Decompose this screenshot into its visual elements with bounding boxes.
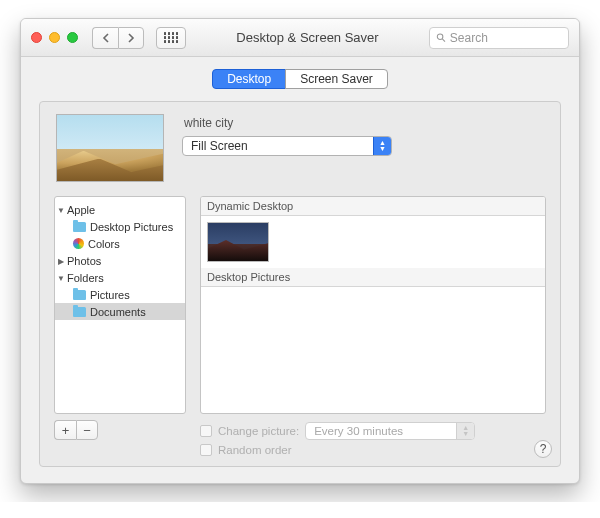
random-order-label: Random order bbox=[218, 444, 292, 456]
sidebar-item-colors[interactable]: Colors bbox=[55, 235, 185, 252]
content-area: Desktop Screen Saver white city Fill Scr… bbox=[21, 57, 579, 483]
section-dynamic-desktop: Dynamic Desktop bbox=[201, 197, 545, 216]
sidebar-item-photos[interactable]: Photos bbox=[55, 252, 185, 269]
close-window-button[interactable] bbox=[31, 32, 42, 43]
sidebar-label: Pictures bbox=[90, 289, 130, 301]
color-wheel-icon bbox=[73, 238, 84, 249]
search-icon bbox=[436, 32, 446, 43]
sidebar-label: Apple bbox=[67, 204, 95, 216]
random-order-checkbox bbox=[200, 444, 212, 456]
back-button[interactable] bbox=[92, 27, 118, 49]
wallpaper-name: white city bbox=[184, 116, 544, 130]
titlebar: Desktop & Screen Saver bbox=[21, 19, 579, 57]
window-title: Desktop & Screen Saver bbox=[194, 30, 421, 45]
tab-bar: Desktop Screen Saver bbox=[39, 69, 561, 89]
chevron-left-icon bbox=[102, 33, 110, 43]
svg-point-0 bbox=[437, 34, 443, 40]
folder-icon bbox=[73, 307, 86, 317]
sidebar-item-folders[interactable]: Folders bbox=[55, 269, 185, 286]
folder-icon bbox=[73, 222, 86, 232]
add-folder-button[interactable]: + bbox=[54, 420, 76, 440]
sidebar-item-apple[interactable]: Apple bbox=[55, 201, 185, 218]
sidebar-item-pictures[interactable]: Pictures bbox=[55, 286, 185, 303]
change-interval-value: Every 30 minutes bbox=[306, 425, 456, 437]
desktop-panel: white city Fill Screen ▲▼ Apple bbox=[39, 101, 561, 467]
folder-icon bbox=[73, 290, 86, 300]
wallpaper-grid: Dynamic Desktop Desktop Pictures bbox=[200, 196, 546, 414]
show-all-button[interactable] bbox=[156, 27, 186, 49]
empty-grid-area bbox=[201, 287, 545, 413]
sidebar-label: Desktop Pictures bbox=[90, 221, 173, 233]
sidebar-item-documents[interactable]: Documents bbox=[55, 303, 185, 320]
change-interval-select: Every 30 minutes ▲▼ bbox=[305, 422, 475, 440]
sidebar-label: Folders bbox=[67, 272, 104, 284]
section-desktop-pictures: Desktop Pictures bbox=[201, 268, 545, 287]
fit-mode-select[interactable]: Fill Screen ▲▼ bbox=[182, 136, 392, 156]
change-picture-label: Change picture: bbox=[218, 425, 299, 437]
sidebar-label: Photos bbox=[67, 255, 101, 267]
preferences-window: Desktop & Screen Saver Desktop Screen Sa… bbox=[20, 18, 580, 484]
help-button[interactable]: ? bbox=[534, 440, 552, 458]
sidebar-label: Documents bbox=[90, 306, 146, 318]
sidebar-label: Colors bbox=[88, 238, 120, 250]
wallpaper-preview bbox=[56, 114, 164, 182]
tab-desktop[interactable]: Desktop bbox=[212, 69, 286, 89]
disclosure-arrow-icon bbox=[55, 256, 67, 266]
chevron-right-icon bbox=[127, 33, 135, 43]
updown-arrows-icon: ▲▼ bbox=[456, 423, 474, 439]
updown-arrows-icon: ▲▼ bbox=[373, 137, 391, 155]
change-picture-checkbox[interactable] bbox=[200, 425, 212, 437]
grid-icon bbox=[164, 32, 179, 43]
disclosure-arrow-icon bbox=[55, 205, 67, 215]
remove-folder-button[interactable]: − bbox=[76, 420, 98, 440]
fit-mode-value: Fill Screen bbox=[183, 139, 373, 153]
sidebar-item-desktop-pictures[interactable]: Desktop Pictures bbox=[55, 218, 185, 235]
disclosure-arrow-icon bbox=[55, 273, 67, 283]
tab-screensaver[interactable]: Screen Saver bbox=[285, 69, 388, 89]
svg-line-1 bbox=[442, 39, 445, 42]
minimize-window-button[interactable] bbox=[49, 32, 60, 43]
traffic-lights bbox=[31, 32, 78, 43]
zoom-window-button[interactable] bbox=[67, 32, 78, 43]
wallpaper-thumbnail[interactable] bbox=[207, 222, 269, 262]
nav-buttons bbox=[92, 27, 144, 49]
search-input[interactable] bbox=[450, 31, 562, 45]
forward-button[interactable] bbox=[118, 27, 144, 49]
search-field[interactable] bbox=[429, 27, 569, 49]
source-sidebar[interactable]: Apple Desktop Pictures Colors Photo bbox=[54, 196, 186, 414]
